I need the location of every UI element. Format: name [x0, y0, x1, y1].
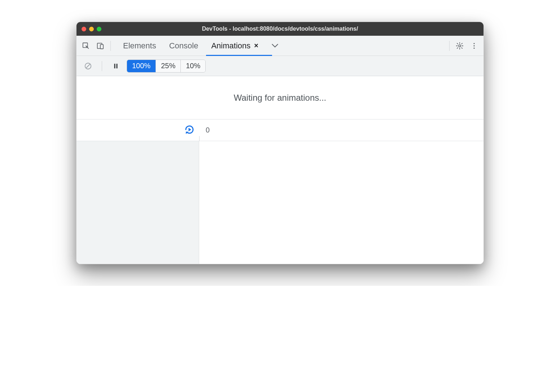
tab-console[interactable]: Console [168, 37, 200, 55]
zoom-window-button[interactable] [97, 27, 101, 31]
speed-100-button[interactable]: 100% [127, 60, 156, 72]
speed-label: 25% [161, 62, 175, 70]
timeline-body [76, 141, 484, 264]
tab-label: Animations [211, 41, 250, 51]
clear-icon[interactable] [81, 59, 95, 73]
svg-rect-9 [114, 64, 115, 68]
close-window-button[interactable] [82, 27, 86, 31]
animations-toolbar: 100% 25% 10% [76, 56, 484, 76]
tick-label-0: 0 [206, 126, 210, 134]
kebab-menu-icon[interactable] [467, 39, 481, 53]
replay-icon[interactable] [184, 124, 195, 136]
svg-rect-2 [100, 44, 103, 49]
waiting-text: Waiting for animations... [234, 93, 327, 103]
window-title: DevTools - localhost:8080/docs/devtools/… [76, 26, 484, 32]
more-tabs-icon[interactable] [270, 39, 279, 53]
svg-point-6 [473, 47, 474, 48]
speed-label: 10% [186, 62, 200, 70]
tab-label: Elements [123, 41, 156, 51]
tab-elements[interactable]: Elements [122, 37, 158, 55]
divider [102, 61, 102, 71]
traffic-lights [82, 27, 101, 31]
timeline-header: 0 [76, 119, 484, 141]
right-actions [446, 39, 481, 53]
inspect-element-icon[interactable] [79, 39, 93, 53]
tick-line [199, 136, 200, 141]
gear-icon[interactable] [452, 39, 467, 53]
devtools-window: DevTools - localhost:8080/docs/devtools/… [76, 22, 484, 264]
close-icon[interactable]: × [254, 42, 258, 50]
timeline-header-left [76, 124, 199, 136]
speed-label: 100% [132, 62, 150, 70]
speed-10-button[interactable]: 10% [180, 60, 205, 72]
svg-rect-10 [116, 64, 117, 68]
device-toolbar-icon[interactable] [93, 39, 108, 53]
divider [449, 41, 450, 51]
timeline-ruler[interactable]: 0 [199, 119, 484, 141]
svg-point-4 [473, 43, 474, 44]
tab-animations[interactable]: Animations × [210, 37, 260, 55]
divider [110, 41, 111, 51]
svg-point-5 [473, 45, 474, 46]
main-tabstrip: Elements Console Animations × [76, 36, 484, 56]
svg-point-3 [459, 45, 461, 47]
speed-group: 100% 25% 10% [127, 60, 206, 73]
speed-25-button[interactable]: 25% [156, 60, 180, 72]
minimize-window-button[interactable] [89, 27, 94, 31]
titlebar: DevTools - localhost:8080/docs/devtools/… [76, 22, 484, 36]
svg-line-8 [86, 64, 90, 68]
timeline-pane[interactable] [199, 141, 484, 264]
tab-label: Console [169, 41, 198, 51]
waiting-message: Waiting for animations... [76, 76, 484, 119]
tabs: Elements Console Animations × [122, 37, 446, 55]
pause-icon[interactable] [109, 59, 123, 73]
animation-list-pane [76, 141, 199, 264]
